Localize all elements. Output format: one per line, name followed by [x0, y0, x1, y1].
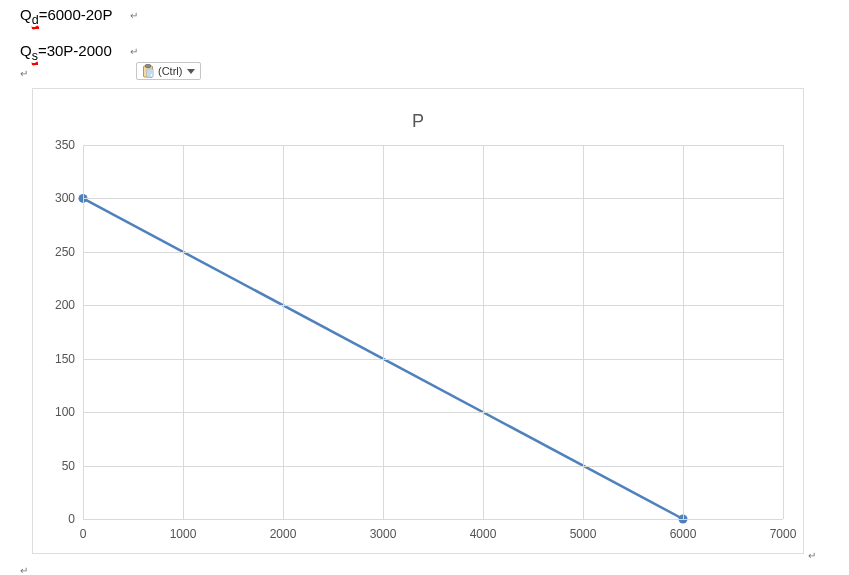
grid-line-v	[383, 145, 384, 519]
y-axis-tick-label: 200	[45, 298, 75, 312]
x-axis-tick-label: 1000	[170, 527, 197, 541]
chart[interactable]: P 05010015020025030035001000200030004000…	[32, 88, 804, 554]
grid-line-v	[583, 145, 584, 519]
x-axis-tick-label: 6000	[670, 527, 697, 541]
return-glyph: ↵	[808, 550, 816, 561]
return-glyph: ↵	[130, 10, 138, 21]
grid-line-h	[83, 198, 783, 199]
x-axis-tick-label: 3000	[370, 527, 397, 541]
x-axis-tick-label: 0	[80, 527, 87, 541]
grid-line-v	[683, 145, 684, 519]
return-glyph: ↵	[130, 46, 138, 57]
paste-options-button[interactable]: (Ctrl)	[136, 62, 201, 80]
x-axis-tick-label: 7000	[770, 527, 797, 541]
clipboard-icon	[142, 64, 154, 78]
y-axis-tick-label: 350	[45, 138, 75, 152]
grid-line-h	[83, 412, 783, 413]
grid-line-v	[783, 145, 784, 519]
y-axis-tick-label: 0	[45, 512, 75, 526]
y-axis-tick-label: 100	[45, 405, 75, 419]
grid-line-v	[483, 145, 484, 519]
y-axis-tick-label: 300	[45, 191, 75, 205]
return-glyph: ↵	[20, 68, 28, 79]
y-axis-tick-label: 150	[45, 352, 75, 366]
x-axis-tick-label: 4000	[470, 527, 497, 541]
grid-line-h	[83, 145, 783, 146]
return-glyph: ↵	[20, 565, 28, 575]
chart-title: P	[33, 111, 803, 132]
grid-line-h	[83, 252, 783, 253]
equation-2: Qs=30P-2000	[20, 42, 112, 63]
chevron-down-icon	[187, 69, 195, 74]
paste-options-label: (Ctrl)	[158, 65, 182, 77]
grid-line-h	[83, 466, 783, 467]
y-axis-tick-label: 50	[45, 459, 75, 473]
svg-rect-1	[146, 65, 151, 68]
grid-line-v	[283, 145, 284, 519]
chart-line	[83, 145, 783, 519]
grid-line-v	[183, 145, 184, 519]
x-axis-tick-label: 5000	[570, 527, 597, 541]
grid-line-v	[83, 145, 84, 519]
equation-1: Qd=6000-20P	[20, 6, 112, 27]
y-axis-tick-label: 250	[45, 245, 75, 259]
x-axis-tick-label: 2000	[270, 527, 297, 541]
grid-line-h	[83, 305, 783, 306]
grid-line-h	[83, 359, 783, 360]
plot-area: 0501001502002503003500100020003000400050…	[83, 145, 783, 519]
grid-line-h	[83, 519, 783, 520]
